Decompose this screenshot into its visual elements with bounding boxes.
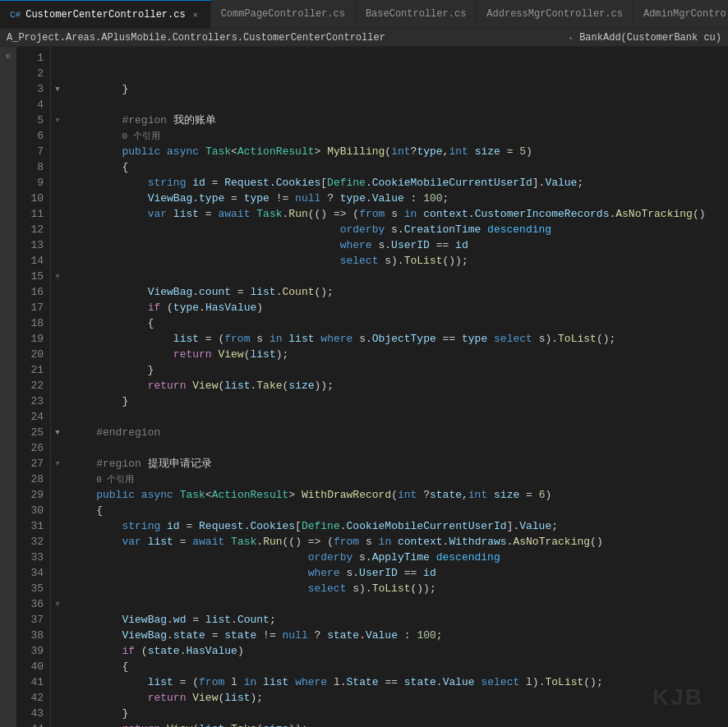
breadcrumb: A_Project.Areas.APlusMobile.Controllers.… bbox=[0, 29, 728, 47]
code-line: #region 提现申请记录 bbox=[71, 456, 728, 472]
tab-comm-page-controller[interactable]: CommPageController.cs bbox=[211, 0, 356, 28]
collapse-button[interactable] bbox=[51, 300, 64, 315]
collapse-button[interactable] bbox=[51, 222, 64, 237]
code-line: string id = Request.Cookies[Define.Cooki… bbox=[71, 518, 728, 534]
code-line: if (state.HasValue) bbox=[71, 643, 728, 659]
main-layout: ≡ 12345678910111213141516171819202122232… bbox=[0, 47, 728, 727]
breadcrumb-method: ⬩ BankAdd(CustomerBank cu) bbox=[568, 32, 721, 44]
collapse-button[interactable] bbox=[51, 253, 64, 269]
code-line: return View(list); bbox=[71, 347, 728, 362]
code-line: orderby s.CreationTime descending bbox=[71, 222, 728, 237]
code-line: ViewBag.type = type != null ? type.Value… bbox=[71, 191, 728, 206]
collapse-button[interactable] bbox=[51, 175, 64, 191]
code-line: list = (from s in list where s.ObjectTyp… bbox=[71, 331, 728, 347]
collapse-button[interactable] bbox=[51, 331, 64, 347]
code-line: #region 我的账单 bbox=[71, 113, 728, 128]
tab-customer-center-controller[interactable]: C# CustomerCenterController.cs ✕ bbox=[0, 0, 211, 28]
tab-close-button[interactable]: ✕ bbox=[191, 9, 200, 21]
code-line: } bbox=[71, 81, 728, 97]
collapse-button[interactable]: ▼ bbox=[51, 269, 64, 284]
code-line: orderby s.ApplyTime descending bbox=[71, 550, 728, 565]
code-line: ViewBag.wd = list.Count; bbox=[71, 612, 728, 628]
tab-label: CustomerCenterController.cs bbox=[25, 9, 185, 21]
code-line bbox=[71, 440, 728, 456]
code-content: } #region 我的账单 0 个引用 public async Task<A… bbox=[64, 47, 728, 727]
collapse-button[interactable]: ▼ bbox=[51, 113, 64, 128]
collapse-button[interactable] bbox=[51, 362, 64, 378]
collapse-button[interactable]: ▼ bbox=[51, 456, 64, 472]
collapse-button[interactable] bbox=[51, 550, 64, 565]
activity-bar: ≡ bbox=[0, 47, 16, 727]
collapse-button[interactable] bbox=[51, 721, 64, 727]
collapse-button[interactable] bbox=[51, 378, 64, 393]
code-line bbox=[71, 409, 728, 425]
code-line: where s.UserID == id bbox=[71, 237, 728, 253]
collapse-button[interactable] bbox=[51, 612, 64, 628]
code-line: var list = await Task.Run(() => (from s … bbox=[71, 206, 728, 222]
code-line bbox=[71, 269, 728, 284]
tab-icon: C# bbox=[10, 10, 21, 20]
collapse-button[interactable] bbox=[51, 393, 64, 409]
code-line: string id = Request.Cookies[Define.Cooki… bbox=[71, 175, 728, 191]
collapse-button[interactable] bbox=[51, 159, 64, 175]
collapse-button[interactable] bbox=[51, 674, 64, 690]
code-line: #endregion bbox=[71, 425, 728, 440]
code-line: select s).ToList()); bbox=[71, 253, 728, 269]
collapse-button[interactable] bbox=[51, 206, 64, 222]
collapse-button[interactable] bbox=[51, 487, 64, 503]
collapse-button[interactable] bbox=[51, 144, 64, 159]
collapse-button[interactable]: ▼ bbox=[51, 596, 64, 612]
code-line bbox=[71, 97, 728, 113]
collapse-gutter: ▼▼▼▼▼▼ bbox=[51, 47, 64, 727]
collapse-button[interactable] bbox=[51, 472, 64, 487]
collapse-button[interactable] bbox=[51, 284, 64, 300]
tab-admin-mgr-controller[interactable]: AdminMgrContro... bbox=[634, 0, 728, 28]
collapse-button[interactable] bbox=[51, 50, 64, 66]
collapse-button[interactable] bbox=[51, 440, 64, 456]
collapse-button[interactable] bbox=[51, 565, 64, 581]
collapse-button[interactable] bbox=[51, 518, 64, 534]
tab-base-controller[interactable]: BaseController.cs bbox=[356, 0, 477, 28]
collapse-button[interactable] bbox=[51, 503, 64, 518]
code-line: select s).ToList()); bbox=[71, 581, 728, 596]
collapse-button[interactable] bbox=[51, 706, 64, 721]
code-line: { bbox=[71, 659, 728, 674]
code-line: 0 个引用 bbox=[71, 472, 728, 487]
code-line: return View(list.Take(size)); bbox=[71, 721, 728, 727]
collapse-button[interactable] bbox=[51, 237, 64, 253]
tab-address-mgr-controller[interactable]: AddressMgrController.cs bbox=[477, 0, 634, 28]
collapse-button[interactable] bbox=[51, 66, 64, 81]
code-line: 0 个引用 bbox=[71, 128, 728, 144]
collapse-button[interactable] bbox=[51, 690, 64, 706]
collapse-button[interactable] bbox=[51, 128, 64, 144]
code-line: { bbox=[71, 159, 728, 175]
code-line: public async Task<ActionResult> WithDraw… bbox=[71, 487, 728, 503]
collapse-button[interactable]: ▼ bbox=[51, 425, 64, 440]
code-line: public async Task<ActionResult> MyBillin… bbox=[71, 144, 728, 159]
tab-bar: C# CustomerCenterController.cs ✕ CommPag… bbox=[0, 0, 728, 29]
collapse-button[interactable] bbox=[51, 581, 64, 596]
collapse-button[interactable] bbox=[51, 347, 64, 362]
code-line: } bbox=[71, 393, 728, 409]
collapse-button[interactable] bbox=[51, 628, 64, 643]
collapse-button[interactable] bbox=[51, 315, 64, 331]
line-numbers: 1234567891011121314151617181920212223242… bbox=[16, 47, 51, 727]
code-line: if (type.HasValue) bbox=[71, 300, 728, 315]
tab-label: AdminMgrContro... bbox=[643, 8, 728, 20]
code-line: list = (from l in list where l.State == … bbox=[71, 674, 728, 690]
collapse-button[interactable] bbox=[51, 659, 64, 674]
collapse-button[interactable]: ▼ bbox=[51, 81, 64, 97]
collapse-button[interactable] bbox=[51, 191, 64, 206]
code-line: } bbox=[71, 362, 728, 378]
code-area: 1234567891011121314151617181920212223242… bbox=[16, 47, 728, 727]
code-line bbox=[71, 596, 728, 612]
code-line: { bbox=[71, 503, 728, 518]
code-line: return View(list); bbox=[71, 690, 728, 706]
collapse-button[interactable] bbox=[51, 534, 64, 550]
code-line: { bbox=[71, 315, 728, 331]
collapse-button[interactable] bbox=[51, 97, 64, 113]
tab-label: BaseController.cs bbox=[366, 8, 466, 20]
collapse-button[interactable] bbox=[51, 409, 64, 425]
collapse-button[interactable] bbox=[51, 643, 64, 659]
tab-label: CommPageController.cs bbox=[221, 8, 345, 20]
